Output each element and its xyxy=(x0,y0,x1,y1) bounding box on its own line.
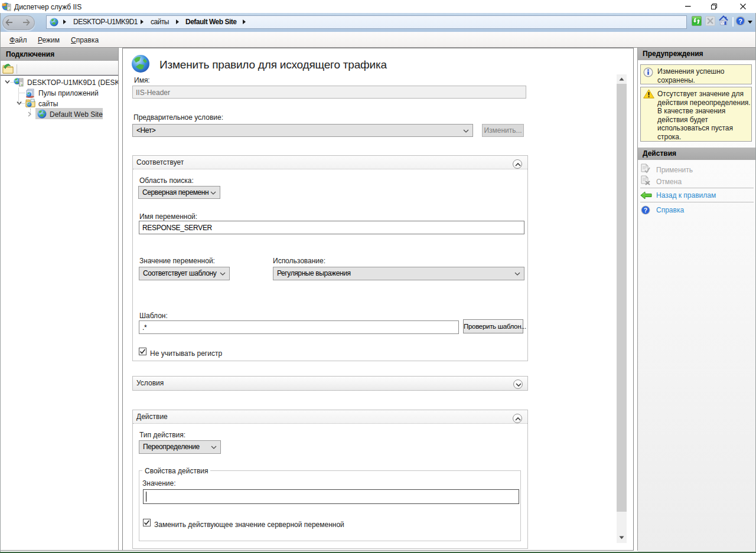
svg-text:?: ? xyxy=(738,18,742,25)
svg-text:?: ? xyxy=(644,207,647,214)
